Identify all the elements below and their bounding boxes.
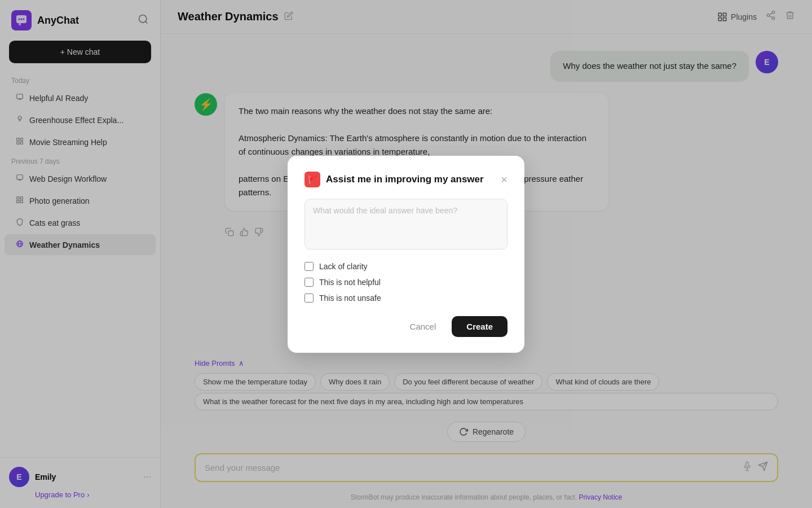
checkbox-item-helpful[interactable]: This is not helpful (304, 278, 508, 287)
modal-header: 🚩 Assist me in improving my answer × (304, 172, 508, 187)
checkbox-unsafe[interactable] (304, 294, 314, 303)
checkbox-label-clarity: Lack of clarity (319, 262, 368, 271)
checkbox-item-clarity[interactable]: Lack of clarity (304, 262, 508, 271)
flag-icon: 🚩 (304, 172, 320, 187)
checkbox-label-helpful: This is not helpful (319, 278, 381, 287)
checkbox-group: Lack of clarity This is not helpful This… (304, 262, 508, 303)
checkbox-helpful[interactable] (304, 278, 314, 287)
modal-title: Assist me in improving my answer (326, 174, 484, 185)
modal-close-button[interactable]: × (501, 174, 508, 185)
create-button[interactable]: Create (452, 316, 508, 337)
modal-textarea[interactable] (304, 199, 508, 249)
modal-footer: Cancel Create (304, 316, 508, 337)
checkbox-clarity[interactable] (304, 262, 314, 271)
modal-title-area: 🚩 Assist me in improving my answer (304, 172, 484, 187)
cancel-button[interactable]: Cancel (401, 316, 445, 337)
modal-overlay[interactable]: 🚩 Assist me in improving my answer × Lac… (0, 0, 812, 508)
modal: 🚩 Assist me in improving my answer × Lac… (288, 156, 524, 353)
checkbox-item-unsafe[interactable]: This is not unsafe (304, 294, 508, 303)
checkbox-label-unsafe: This is not unsafe (319, 294, 381, 303)
